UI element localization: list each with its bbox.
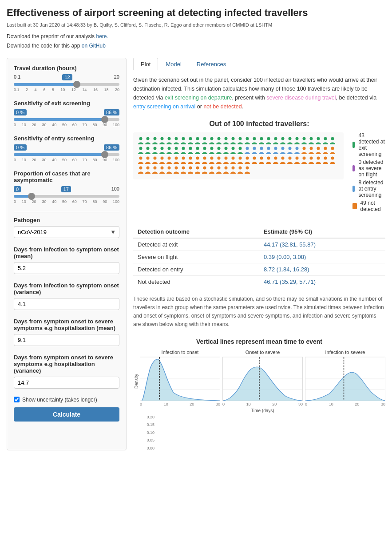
person-icon (145, 137, 151, 146)
person-icon (244, 147, 250, 155)
svg-point-23 (303, 137, 306, 140)
tab-plot[interactable]: Plot (133, 58, 158, 70)
svg-point-27 (331, 137, 334, 140)
person-icon (223, 137, 229, 146)
asymptomatic-min: 0 (14, 186, 21, 192)
days-severe-var-label: Days from symptom onset to severe sympto… (14, 354, 119, 374)
person-icon (258, 156, 265, 165)
asymptomatic-max: 100 (111, 186, 119, 192)
pathogen-control: Pathogen nCoV-2019 Ebola SARS MERS Custo… (14, 217, 119, 238)
person-icon (308, 156, 314, 165)
dist-chart-2-title: Onset to severe (222, 350, 303, 355)
svg-point-81 (317, 156, 320, 159)
svg-point-51 (303, 147, 306, 150)
person-icon (209, 147, 215, 155)
estimate-entry: 8.72 (1.84, 16.28) (259, 263, 385, 275)
person-icon (301, 137, 307, 146)
table-row: Severe on flight 0.39 (0.00, 3.08) (133, 251, 385, 263)
travel-duration-badge: 12 (62, 74, 72, 80)
svg-point-3 (161, 137, 164, 140)
legend-entry-color (352, 186, 355, 192)
asymptomatic-thumb[interactable] (28, 193, 35, 200)
svg-point-80 (310, 156, 313, 159)
person-icon (187, 156, 194, 165)
svg-point-16 (253, 137, 256, 140)
days-severe-mean-input[interactable] (14, 334, 119, 346)
dist-charts: Infection to onset (140, 350, 385, 407)
person-icon (209, 166, 215, 175)
person-icon (223, 147, 229, 155)
pathogen-select[interactable]: nCoV-2019 Ebola SARS MERS Custom (14, 226, 119, 238)
person-icon (152, 137, 158, 146)
svg-point-4 (168, 137, 171, 140)
entry-screening-highlight: entry screening on arrival (133, 103, 195, 110)
person-icon (223, 166, 229, 175)
days-onset-mean-input[interactable] (14, 262, 119, 274)
days-onset-mean-label: Days from infection to symptom onset (me… (14, 246, 119, 259)
person-icon (294, 137, 300, 146)
tab-model[interactable]: Model (158, 58, 189, 70)
dist-chart-2-xticks: 0102030 (222, 401, 303, 407)
svg-point-66 (210, 156, 214, 159)
svg-point-57 (147, 156, 150, 159)
svg-point-22 (296, 137, 299, 140)
github-link[interactable]: on GitHub (82, 43, 106, 49)
outcome-none: Not detected (133, 275, 259, 288)
svg-point-77 (289, 156, 292, 159)
svg-point-55 (331, 147, 334, 150)
person-icon (138, 166, 144, 175)
svg-point-0 (139, 137, 143, 140)
show-uncertainty-checkbox[interactable] (14, 397, 20, 402)
svg-point-21 (289, 137, 292, 140)
svg-point-59 (161, 156, 164, 159)
calculate-button[interactable]: Calculate (14, 407, 119, 422)
person-icon (244, 166, 250, 175)
svg-point-8 (196, 137, 199, 140)
svg-point-88 (168, 166, 171, 169)
person-icon (145, 166, 151, 175)
days-onset-var-label: Days from infection to symptom onset (va… (14, 282, 119, 295)
person-icon (237, 156, 243, 165)
tab-references[interactable]: References (189, 58, 234, 70)
person-icon (216, 147, 222, 155)
download-links: Download the preprint of our analysis he… (7, 32, 385, 51)
entry-screening-thumb[interactable] (101, 151, 108, 158)
person-icon (187, 166, 194, 175)
svg-point-74 (267, 156, 270, 159)
person-icon (237, 166, 243, 175)
svg-point-52 (310, 147, 313, 150)
dist-chart-1-area (140, 357, 220, 401)
svg-point-58 (154, 156, 157, 159)
asymptomatic-track (14, 195, 119, 198)
svg-point-14 (239, 137, 242, 140)
person-icon (173, 166, 179, 175)
preprint-link[interactable]: here. (96, 33, 108, 40)
svg-point-28 (139, 147, 143, 150)
svg-point-84 (139, 166, 143, 169)
svg-point-72 (253, 156, 256, 159)
svg-point-41 (232, 147, 235, 150)
travel-duration-thumb[interactable] (73, 81, 80, 88)
travel-duration-min: 0.1 (14, 74, 20, 80)
entry-screening-badge: 86 % (104, 144, 119, 151)
results-table: Detection outcome Estimate (95% CI) Dete… (133, 226, 385, 288)
svg-point-37 (203, 147, 206, 150)
table-row: Detected at exit 44.17 (32.81, 55.87) (133, 238, 385, 251)
person-icon (265, 137, 272, 146)
svg-point-70 (239, 156, 242, 159)
person-icon (237, 137, 243, 146)
legend-none-label: 49 not detected (360, 200, 385, 212)
svg-point-11 (218, 137, 221, 140)
svg-point-93 (203, 166, 206, 169)
svg-point-79 (303, 156, 306, 159)
table-row: Not detected 46.71 (35.29, 57.71) (133, 275, 385, 288)
person-icon (273, 137, 279, 146)
show-uncertainty-label[interactable]: Show uncertainty (takes longer) (22, 397, 97, 403)
person-icon (187, 147, 194, 155)
page-title: Effectiveness of airport screening at de… (7, 7, 385, 20)
person-icon (322, 156, 329, 165)
days-severe-var-input[interactable] (14, 377, 119, 389)
svg-point-71 (246, 156, 249, 159)
exit-screening-thumb[interactable] (101, 116, 108, 123)
days-onset-var-input[interactable] (14, 298, 119, 310)
